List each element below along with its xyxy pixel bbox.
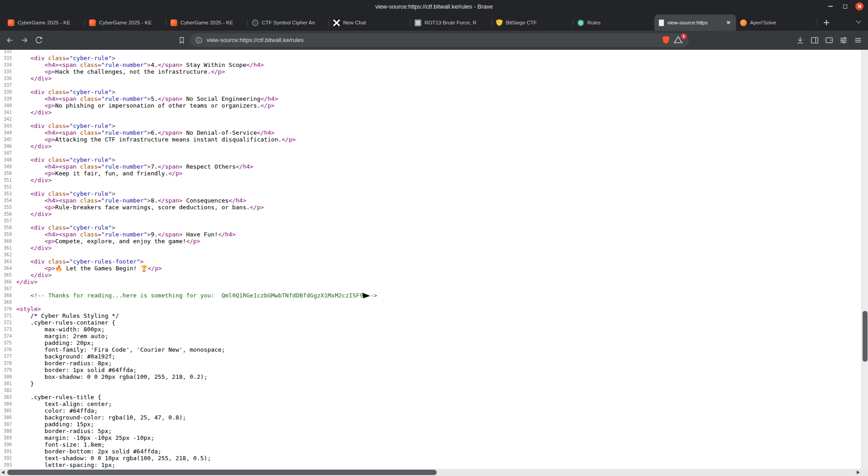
code-token: </h4> [218, 231, 236, 238]
source-line: 389 margin: -10px -10px 25px -10px; [0, 434, 861, 441]
line-text [12, 116, 16, 123]
code-token: <p> [16, 238, 55, 245]
back-button[interactable] [4, 34, 16, 47]
reload-button[interactable] [33, 34, 45, 47]
downloads-button[interactable] [794, 34, 807, 47]
tab-close-icon[interactable] [725, 19, 732, 26]
source-line: 360 <p>Compete, explore, and enjoy the g… [0, 238, 861, 245]
scroll-left-arrow-icon[interactable] [1, 471, 5, 474]
code-token: 🔥 Let the Games Begin! 🏆 [55, 265, 148, 272]
tab-bitsiege-ctf[interactable]: BitSiege CTF [492, 14, 573, 31]
notification-badge: 1 [681, 33, 687, 39]
tab-bar: CyberGame 2025 - KECyberGame 2025 - KECy… [0, 13, 868, 31]
line-number: 361 [0, 245, 12, 251]
scroll-right-arrow-icon[interactable] [857, 471, 860, 474]
code-token: Compete, explore, and enjoy the game! [55, 238, 186, 245]
code-token: </div> [16, 109, 52, 116]
source-line: 342 [0, 116, 861, 123]
line-text: <p>Attacking the CTF infrastructure mean… [12, 136, 296, 143]
url-bar[interactable]: view-source:https://ctf.bitwall.ke/rules… [190, 33, 689, 47]
code-token: </h4> [246, 61, 264, 68]
code-token: > [140, 258, 144, 265]
source-line: 373 max-width: 800px; [0, 326, 861, 333]
line-number: 332 [0, 50, 12, 55]
code-token: No phishing or impersonation of other te… [55, 102, 260, 109]
line-text: border-radius: 8px; [12, 360, 112, 367]
code-token: "rule-number" [101, 61, 147, 68]
code-token: class [48, 190, 66, 197]
forward-button[interactable] [18, 34, 31, 47]
code-token: </div> [16, 211, 52, 217]
code-token: class [48, 89, 66, 95]
site-info-icon[interactable] [195, 37, 203, 44]
bookmark-button[interactable] [175, 34, 188, 47]
code-token: Respect Others [183, 163, 236, 170]
line-text: padding: 20px; [12, 339, 94, 346]
source-line: 367 [0, 285, 861, 292]
line-number: 342 [0, 116, 12, 123]
tab-aperisolve[interactable]: Aperi'Solve [736, 14, 817, 31]
vertical-scrollbar[interactable] [861, 50, 868, 469]
line-number: 334 [0, 61, 12, 68]
code-token: /* Cyber Rules Styling */ [16, 312, 119, 319]
tab-rules[interactable]: Rules [573, 14, 655, 31]
tab-rot13-brute-force[interactable]: ROT13 Brute Force, R [410, 14, 492, 31]
horizontal-scrollbar[interactable] [0, 469, 861, 476]
source-line: 348 <div class="cyber-rule"> [0, 156, 861, 163]
url-text[interactable]: view-source:https://ctf.bitwall.ke/rules [207, 37, 658, 43]
tab-cybergame-2[interactable]: CyberGame 2025 - KE [85, 14, 166, 31]
line-number: 348 [0, 156, 12, 163]
tab-cybergame-1[interactable]: CyberGame 2025 - KE [4, 14, 85, 31]
maximize-button[interactable] [841, 2, 849, 10]
code-token: class [48, 224, 66, 231]
menu-button[interactable] [852, 34, 864, 47]
line-number: 340 [0, 102, 12, 109]
brave-rewards-button[interactable]: 1 [674, 36, 684, 45]
line-number: 349 [0, 163, 12, 170]
code-token: </h4> [236, 163, 253, 170]
source-line: 382 [0, 387, 861, 394]
line-number: 382 [0, 387, 12, 394]
line-text: } [12, 380, 34, 387]
tab-new-chat[interactable]: New Chat [329, 14, 410, 31]
line-text: .cyber-rules-container { [12, 319, 115, 326]
vertical-scrollbar-thumb[interactable] [863, 311, 868, 362]
wallet-button[interactable] [823, 34, 835, 47]
line-text: text-align: center; [12, 401, 112, 407]
line-text: <div class="cyber-rule"> [12, 89, 115, 95]
line-text: /* Cyber Rules Styling */ [12, 312, 119, 319]
code-token: <h4><span [16, 231, 80, 238]
code-token: 4. [151, 61, 158, 68]
line-number: 356 [0, 211, 12, 217]
customize-button[interactable] [837, 34, 850, 47]
ctf-symbol-icon [252, 19, 259, 26]
line-text [12, 150, 16, 156]
horizontal-scrollbar-thumb[interactable] [7, 470, 437, 475]
line-text: border: 1px solid #64ffda; [12, 367, 137, 373]
line-text: </div> [12, 278, 38, 285]
code-token: "rule-number" [101, 129, 147, 136]
close-button[interactable] [855, 2, 863, 10]
tab-ctf-symbol-cipher[interactable]: CTF Symbol Cipher An [248, 14, 329, 31]
tab-view-source[interactable]: view-source:https [655, 14, 736, 31]
tab-label: New Chat [343, 20, 406, 25]
tab-label: Aperi'Solve [750, 20, 813, 25]
line-text: max-width: 800px; [12, 326, 105, 333]
code-token: <p> [16, 102, 55, 109]
code-token: class [48, 156, 66, 163]
brave-shields-icon[interactable] [662, 36, 670, 44]
minimize-button[interactable] [826, 2, 835, 10]
code-token: </p> [186, 238, 200, 245]
code-token: </p> [148, 265, 162, 272]
side-panel-button[interactable] [808, 34, 821, 47]
line-text: </div> [12, 75, 52, 82]
new-tab-button[interactable] [820, 16, 833, 29]
tab-label: ROT13 Brute Force, R [425, 20, 488, 25]
tab-cybergame-3[interactable]: CyberGame 2025 - KE [166, 14, 248, 31]
line-number: 374 [0, 333, 12, 339]
code-token: 6. [151, 129, 158, 136]
code-token: text-shadow: 0 0 10px rgba(100, 255, 218… [16, 455, 211, 462]
code-token: Rule-breakers face warnings, score deduc… [55, 204, 250, 211]
tab-search-button[interactable] [854, 18, 863, 26]
code-token: </span> [158, 95, 183, 102]
